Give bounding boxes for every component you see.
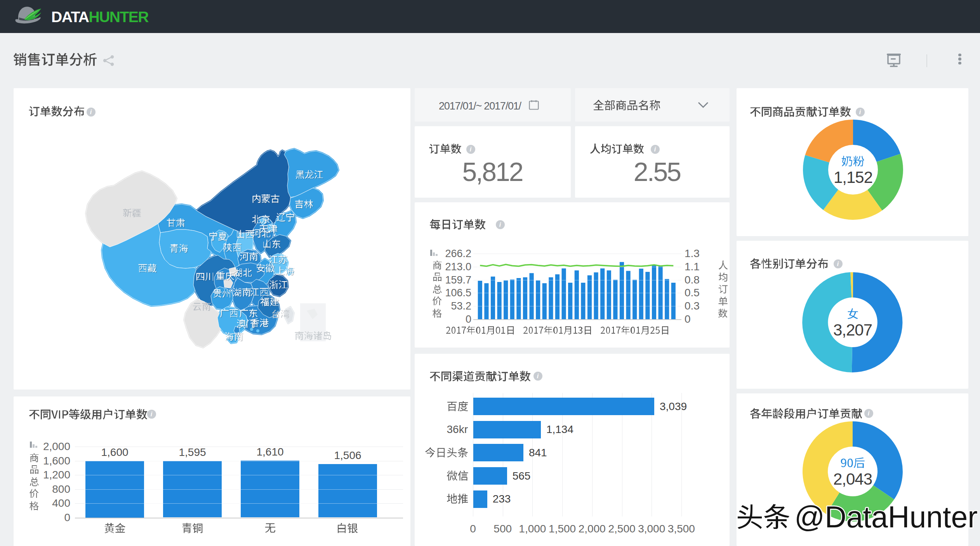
svg-text:@DataHunter: @DataHunter: [794, 500, 978, 534]
